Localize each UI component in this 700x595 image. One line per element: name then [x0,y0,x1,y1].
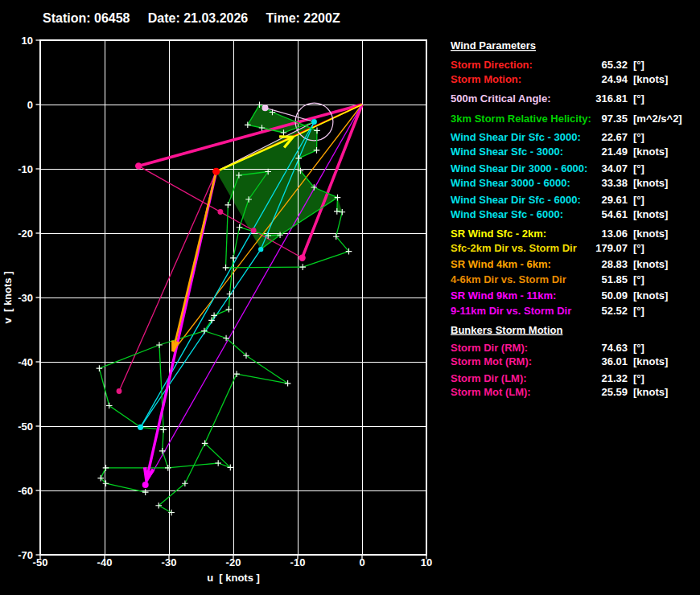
svg-text:[knots]: [knots] [633,289,668,302]
svg-text:[knots]: [knots] [633,73,668,85]
svg-text:[knots]: [knots] [633,355,668,367]
svg-text:28.83: 28.83 [601,258,628,270]
svg-text:Bunkers Storm Motion: Bunkers Storm Motion [451,324,562,336]
svg-text:Storm Direction:: Storm Direction: [451,59,533,71]
svg-text:SR Wind 9km - 11km:: SR Wind 9km - 11km: [451,289,556,302]
svg-text:v [ knots ]: v [ knots ] [2,271,14,323]
svg-text:Storm Mot (RM):: Storm Mot (RM): [451,355,532,367]
svg-text:Storm Dir (LM):: Storm Dir (LM): [451,372,527,384]
svg-text:-10: -10 [290,556,306,568]
svg-text:Storm Motion:: Storm Motion: [451,73,521,85]
svg-text:[knots]: [knots] [633,258,668,270]
svg-text:29.61: 29.61 [601,194,628,206]
svg-text:Station: 06458 Date: 21.03: Station: 06458 Date: 21.03.2026 Time: 22… [43,11,340,25]
svg-text:[°]: [°] [633,273,644,285]
svg-text:50.09: 50.09 [601,289,628,302]
svg-text:-30: -30 [162,556,177,568]
svg-text:u [ knots ]: u [ knots ] [207,572,260,584]
svg-text:[°]: [°] [633,372,644,384]
svg-text:34.07: 34.07 [601,162,628,174]
svg-text:Sfc-2km Dir vs. Storm Dir: Sfc-2km Dir vs. Storm Dir [451,242,577,254]
svg-text:74.63: 74.63 [601,342,628,354]
svg-text:[°]: [°] [633,342,644,354]
svg-text:-40: -40 [97,556,113,568]
svg-text:4-6km Dir vs. Storm Dir: 4-6km Dir vs. Storm Dir [451,273,566,285]
svg-text:-40: -40 [18,356,33,368]
svg-text:[°]: [°] [633,242,644,254]
svg-text:Wind Shear Dir Sfc - 6000:: Wind Shear Dir Sfc - 6000: [451,194,581,206]
svg-text:22.67: 22.67 [601,131,628,143]
svg-text:[°]: [°] [633,59,644,71]
svg-text:[°]: [°] [633,131,644,143]
svg-text:-30: -30 [18,292,33,304]
svg-text:3km Storm Relative Helicity:: 3km Storm Relative Helicity: [451,113,591,125]
svg-text:10: 10 [22,35,33,47]
svg-text:-10: -10 [18,163,33,175]
svg-text:65.32: 65.32 [601,59,628,71]
svg-text:54.61: 54.61 [601,208,628,220]
svg-text:Storm Dir (RM):: Storm Dir (RM): [451,342,528,354]
svg-text:Wind Parameters: Wind Parameters [451,39,536,51]
svg-text:97.35: 97.35 [601,113,628,125]
svg-text:36.01: 36.01 [601,355,628,367]
svg-text:0: 0 [359,556,364,568]
svg-text:Wind Shear Dir Sfc - 3000:: Wind Shear Dir Sfc - 3000: [451,131,581,143]
svg-text:52.52: 52.52 [601,305,628,317]
svg-text:0: 0 [27,99,33,111]
svg-text:-20: -20 [18,228,33,240]
svg-text:-50: -50 [33,556,48,568]
svg-text:[°]: [°] [633,194,644,206]
svg-text:25.59: 25.59 [601,386,628,398]
svg-text:Storm Mot (LM):: Storm Mot (LM): [451,386,531,398]
svg-text:[knots]: [knots] [633,386,668,398]
svg-text:-70: -70 [18,549,33,561]
svg-text:179.07: 179.07 [595,242,628,254]
svg-text:[knots]: [knots] [633,228,668,240]
svg-text:[knots]: [knots] [633,208,668,220]
svg-text:Wind Shear 3000 - 6000:: Wind Shear 3000 - 6000: [451,177,570,189]
svg-text:21.32: 21.32 [601,372,628,384]
svg-text:[°]: [°] [633,92,644,105]
svg-text:Wind Shear Sfc - 3000:: Wind Shear Sfc - 3000: [451,146,563,158]
svg-text:[knots]: [knots] [633,177,668,189]
svg-text:51.85: 51.85 [601,273,628,285]
svg-text:9-11km Dir vs. Storm Dir: 9-11km Dir vs. Storm Dir [451,305,571,317]
svg-text:Wind Shear Sfc - 6000:: Wind Shear Sfc - 6000: [451,208,563,220]
svg-text:13.06: 13.06 [601,228,628,240]
svg-text:SR Wind 4km - 6km:: SR Wind 4km - 6km: [451,258,551,270]
svg-text:SR Wind Sfc - 2km:: SR Wind Sfc - 2km: [451,228,546,240]
svg-text:500m Critical Angle:: 500m Critical Angle: [451,92,551,105]
svg-text:[m^2/s^2]: [m^2/s^2] [633,113,682,125]
svg-text:33.38: 33.38 [601,177,628,189]
svg-text:316.81: 316.81 [595,92,628,105]
svg-text:Wind Shear Dir 3000 - 6000:: Wind Shear Dir 3000 - 6000: [451,162,587,174]
svg-text:10: 10 [421,556,432,568]
svg-text:21.49: 21.49 [601,146,628,158]
svg-text:-60: -60 [18,485,33,497]
svg-text:[°]: [°] [633,305,644,317]
svg-text:-50: -50 [18,421,33,433]
svg-text:[°]: [°] [633,162,644,174]
svg-text:[knots]: [knots] [633,146,668,158]
svg-text:-20: -20 [226,556,241,568]
svg-text:24.94: 24.94 [601,73,628,85]
